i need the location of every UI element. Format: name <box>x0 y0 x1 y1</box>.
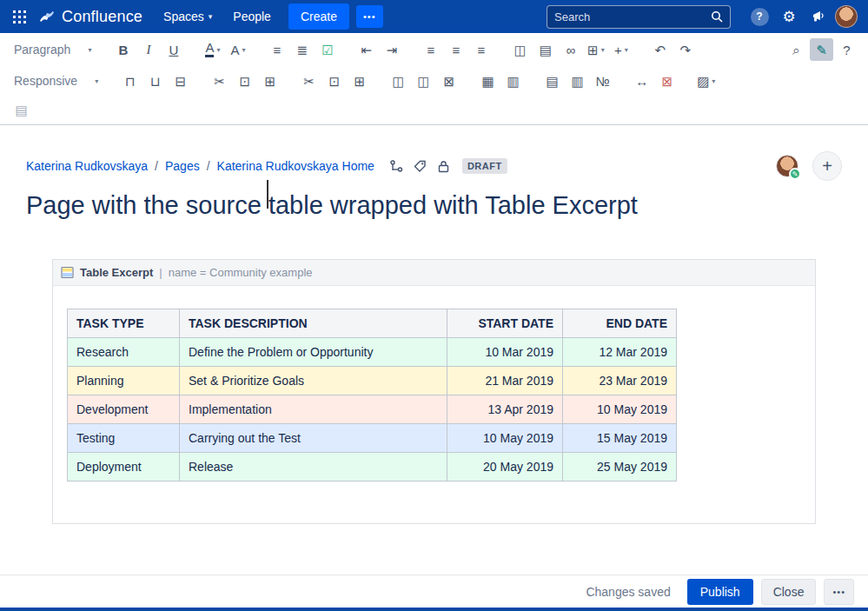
table-cell[interactable]: Set & Prioritize Goals <box>180 367 447 395</box>
paragraph-style-dropdown[interactable]: Paragraph ▾ <box>9 39 96 60</box>
macro-header[interactable]: Table Excerpt | name = Community example <box>53 260 815 286</box>
chevron-down-icon: ▾ <box>209 12 213 21</box>
global-search[interactable] <box>547 5 731 29</box>
align-right-button[interactable]: ≡ <box>469 38 493 61</box>
broken-image-button[interactable]: ▤ <box>10 99 33 122</box>
copy-column-button[interactable]: ⊡ <box>322 70 346 92</box>
highlight-color-button[interactable]: A▾ <box>226 38 249 61</box>
insert-table-button[interactable]: ⊞▾ <box>584 38 607 61</box>
table-cell[interactable]: 10 May 2019 <box>563 395 677 424</box>
breadcrumb-link[interactable]: Pages <box>165 159 200 173</box>
table-cell[interactable]: Implementation <box>180 395 447 424</box>
search-input[interactable] <box>554 10 711 23</box>
header-row-button[interactable]: ▤ <box>540 70 564 92</box>
paste-row-button[interactable]: ⊞ <box>258 70 282 92</box>
user-avatar[interactable] <box>835 5 858 28</box>
macro-body: TASK TYPETASK DESCRIPTIONSTART DATEEND D… <box>53 286 815 523</box>
insert-column-before-button[interactable]: ◫ <box>387 70 410 92</box>
table-cell[interactable]: Deployment <box>68 453 180 481</box>
restrictions-icon[interactable] <box>437 160 450 173</box>
paste-column-button[interactable]: ⊞ <box>348 70 371 92</box>
italic-button[interactable]: I <box>136 38 160 61</box>
undo-button[interactable]: ↶ <box>648 38 672 61</box>
create-more-button[interactable]: ••• <box>356 5 383 28</box>
breadcrumb-link[interactable]: Katerina Rudkovskaya <box>26 159 148 173</box>
help-button[interactable]: ? <box>746 3 772 30</box>
page-title-input[interactable]: Page with the source table wrapped with … <box>26 191 842 220</box>
insert-files-button[interactable]: ▤ <box>533 38 557 61</box>
table-cell[interactable]: Carrying out the Test <box>180 424 447 453</box>
macro-icon <box>61 266 74 279</box>
table-cell[interactable]: Release <box>180 453 447 481</box>
indent-button[interactable]: ⇥ <box>380 38 403 61</box>
chevron-down-icon: ▾ <box>95 77 98 85</box>
task-list-button[interactable]: ☑ <box>315 38 339 61</box>
align-left-button[interactable]: ≡ <box>419 38 442 61</box>
people-link[interactable]: People <box>224 4 280 29</box>
table-cell[interactable]: 25 May 2019 <box>563 453 677 481</box>
distribute-columns-button[interactable]: ↔ <box>630 70 653 92</box>
table-cell[interactable]: 10 Mar 2019 <box>447 338 563 367</box>
app-switcher-icon[interactable] <box>7 4 31 29</box>
cut-column-button[interactable]: ✂ <box>297 70 321 92</box>
publish-button[interactable]: Publish <box>687 579 753 605</box>
underline-button[interactable]: U <box>162 38 185 61</box>
table-cell[interactable]: 12 Mar 2019 <box>563 338 677 367</box>
delete-column-button[interactable]: ⊠ <box>437 70 461 92</box>
format-painter-button[interactable]: ✎ <box>810 38 833 61</box>
insert-row-above-button[interactable]: ⊓ <box>118 70 142 92</box>
editing-user-avatar[interactable]: ✎ <box>776 155 798 177</box>
ordered-list-button[interactable]: ≣ <box>290 38 314 61</box>
find-replace-button[interactable]: ⌕ <box>785 38 808 61</box>
numbered-column-button[interactable]: № <box>591 70 614 92</box>
table-cell[interactable]: Testing <box>68 424 180 453</box>
page-tree-icon[interactable] <box>390 160 403 173</box>
table-style-dropdown[interactable]: Responsive ▾ <box>9 70 103 91</box>
cut-row-button[interactable]: ✂ <box>208 70 231 92</box>
cell-shading-button[interactable]: ▨▾ <box>694 70 718 92</box>
split-cells-button[interactable]: ▥ <box>501 70 525 92</box>
table-cell[interactable]: 13 Apr 2019 <box>447 395 563 424</box>
labels-icon[interactable] <box>414 160 427 173</box>
page-layout-button[interactable]: ◫ <box>508 38 532 61</box>
outdent-button[interactable]: ⇤ <box>354 38 378 61</box>
announcements-button[interactable] <box>805 3 832 30</box>
text-color-button[interactable]: A▾ <box>201 38 224 61</box>
undo-icon: ↶ <box>655 43 666 56</box>
editor-help-button[interactable]: ? <box>835 38 858 61</box>
merge-cells-button[interactable]: ▦ <box>476 70 500 92</box>
create-button[interactable]: Create <box>288 3 349 30</box>
redo-button[interactable]: ↷ <box>673 38 697 61</box>
table-row: TestingCarrying out the Test10 May 20191… <box>68 424 677 453</box>
table-cell[interactable]: 21 Mar 2019 <box>447 367 563 395</box>
table-cell[interactable]: 15 May 2019 <box>563 424 677 453</box>
spaces-menu[interactable]: Spaces ▾ <box>155 4 221 29</box>
confluence-logo[interactable]: Confluence <box>38 8 142 26</box>
add-editor-button[interactable]: + <box>812 151 842 181</box>
insert-column-after-button[interactable]: ◫ <box>412 70 435 92</box>
bold-button[interactable]: B <box>111 38 135 61</box>
delete-row-button[interactable]: ⊟ <box>169 70 192 92</box>
breadcrumb-separator: / <box>155 159 158 173</box>
copy-row-button[interactable]: ⊡ <box>233 70 256 92</box>
insert-row-below-button[interactable]: ⊔ <box>143 70 167 92</box>
close-button[interactable]: Close <box>761 579 817 605</box>
table-cell[interactable]: 10 May 2019 <box>447 424 563 453</box>
table-cell[interactable]: Research <box>68 338 180 367</box>
header-column-button[interactable]: ▥ <box>566 70 589 92</box>
delete-table-button[interactable]: ⊠ <box>655 70 679 92</box>
table-cell[interactable]: Development <box>68 395 180 424</box>
footer-more-button[interactable]: ••• <box>824 579 854 605</box>
insert-more-button[interactable]: +▾ <box>609 38 633 61</box>
bullet-list-button[interactable]: ≡ <box>265 38 288 61</box>
table-cell[interactable]: 20 May 2019 <box>447 453 563 481</box>
table-cell[interactable]: 23 Mar 2019 <box>563 367 677 395</box>
breadcrumb-link[interactable]: Katerina Rudkovskaya Home <box>217 159 374 173</box>
table-cell[interactable]: Planning <box>68 367 180 395</box>
editor-content: Katerina Rudkovskaya/Pages/Katerina Rudk… <box>0 125 868 524</box>
settings-button[interactable]: ⚙ <box>776 3 802 30</box>
insert-link-button[interactable]: ∞ <box>559 38 582 61</box>
split-cells-icon: ▥ <box>507 75 520 88</box>
align-center-button[interactable]: ≡ <box>444 38 467 61</box>
table-cell[interactable]: Define the Problem or Opportunity <box>180 338 447 367</box>
